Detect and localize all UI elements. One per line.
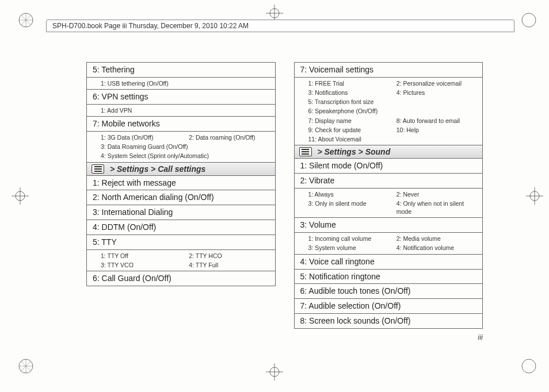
reg-mark-top-right-icon (520, 11, 537, 29)
reg-mark-bottom-right-icon (520, 358, 537, 375)
item-mobile-networks: 7: Mobile networks (87, 117, 275, 132)
section-label: > Settings > Sound (315, 147, 391, 156)
section-call-settings: > Settings > Call settings (87, 163, 275, 176)
section-sound: > Settings > Sound (295, 145, 483, 159)
item-silent: 1: Silent mode (On/Off) (295, 159, 483, 174)
sub-mobile-networks: 1: 3G Data (On/Off) 2: Data roaming (On/… (87, 132, 275, 163)
page-number: iii (478, 333, 483, 341)
item-vibrate: 2: Vibrate (295, 174, 483, 189)
sub-item: 5: Transcription font size (308, 98, 479, 106)
left-column: 5: Tethering 1: USB tethering (On/Off) 6… (86, 62, 276, 329)
sub-item: 6: Speakerphone (On/Off) (308, 107, 479, 115)
sub-item: 1: Add VPN (101, 106, 272, 114)
sub-item: 3: System volume (308, 244, 391, 252)
content-area: 5: Tethering 1: USB tethering (On/Off) 6… (86, 62, 483, 329)
menu-icon (299, 147, 312, 156)
reg-mark-top-left-icon (17, 11, 35, 29)
item-call-guard: 6: Call Guard (On/Off) (87, 271, 275, 286)
sub-item: 2: TTY HCO (189, 252, 271, 260)
sub-item: 2: Never (396, 190, 479, 198)
sub-vpn: 1: Add VPN (87, 105, 275, 117)
sub-item: 1: 3G Data (On/Off) (101, 133, 183, 141)
section-label: > Settings > Call settings (108, 164, 205, 174)
sub-volume: 1: Incoming call volume 2: Media volume … (295, 233, 483, 254)
item-screen-lock: 8: Screen lock sounds (On/Off) (295, 314, 483, 328)
header-text: SPH-D700.book Page iii Thursday, Decembe… (52, 22, 249, 30)
sub-item: 1: FREE Trial (308, 79, 391, 87)
item-tty: 5: TTY (87, 235, 275, 250)
sub-tty: 1: TTY Off 2: TTY HCO 3: TTY VCO 4: TTY … (87, 250, 275, 271)
sub-item: 2: Data roaming (On/Off) (189, 133, 271, 141)
sub-item: 1: TTY Off (101, 252, 183, 260)
sub-item: 4: Notification volume (396, 244, 479, 252)
reg-mark-right-icon (526, 187, 543, 205)
sub-item: 7: Display name (308, 117, 391, 125)
svg-point-5 (522, 13, 536, 27)
sub-voicemail: 1: FREE Trial 2: Personalize voicemail 3… (295, 78, 483, 145)
reg-mark-bottom-left-icon (17, 358, 35, 375)
sub-vibrate: 1: Always 2: Never 3: Only in silent mod… (295, 189, 483, 218)
sub-item: 11: About Voicemail (308, 135, 479, 143)
sub-item: 2: Media volume (396, 235, 479, 243)
page-header: SPH-D700.book Page iii Thursday, Decembe… (46, 20, 514, 32)
right-table: 7: Voicemail settings 1: FREE Trial 2: P… (294, 62, 483, 329)
item-na-dialing: 2: North American dialing (On/Off) (87, 190, 275, 205)
item-tethering: 5: Tethering (87, 63, 275, 78)
sub-item: 3: Data Roaming Guard (On/Off) (101, 143, 272, 151)
sub-item: 2: Personalize voicemail (396, 79, 479, 87)
item-voicemail: 7: Voicemail settings (295, 63, 483, 78)
sub-item: 3: Notifications (308, 89, 391, 97)
sub-item: 4: Only when not in silent mode (396, 199, 479, 216)
item-reject-msg: 1: Reject with message (87, 176, 275, 191)
item-intl-dialing: 3: International Dialing (87, 205, 275, 220)
left-table: 5: Tethering 1: USB tethering (On/Off) 6… (86, 62, 276, 286)
sub-item: 3: Only in silent mode (308, 199, 391, 216)
item-voice-ringtone: 4: Voice call ringtone (295, 255, 483, 270)
sub-item: 9: Check for update (308, 126, 391, 134)
sub-item: 8: Auto forward to email (396, 117, 479, 125)
sub-item: 4: System Select (Sprint only/Automatic) (101, 152, 272, 160)
sub-item: 10: Help (396, 126, 479, 134)
right-column: 7: Voicemail settings 1: FREE Trial 2: P… (294, 62, 483, 329)
item-ddtm: 4: DDTM (On/Off) (87, 220, 275, 235)
svg-point-11 (522, 359, 536, 373)
reg-mark-left-icon (12, 187, 29, 205)
item-audible-sel: 7: Audible selection (On/Off) (295, 299, 483, 314)
sub-item: 1: Always (308, 190, 391, 198)
item-vpn: 6: VPN settings (87, 90, 275, 105)
sub-tethering: 1: USB tethering (On/Off) (87, 78, 275, 90)
sub-item: 1: Incoming call volume (308, 235, 391, 243)
sub-item: 1: USB tethering (On/Off) (101, 79, 272, 87)
item-touch-tones: 6: Audible touch tones (On/Off) (295, 284, 483, 299)
sub-item: 4: TTY Full (189, 261, 271, 269)
reg-mark-bottom-center-icon (266, 363, 283, 381)
item-volume: 3: Volume (295, 218, 483, 233)
menu-icon (92, 164, 104, 174)
sub-item: 4: Pictures (396, 89, 479, 97)
item-notif-ringtone: 5: Notification ringtone (295, 270, 483, 285)
sub-item: 3: TTY VCO (101, 261, 183, 269)
